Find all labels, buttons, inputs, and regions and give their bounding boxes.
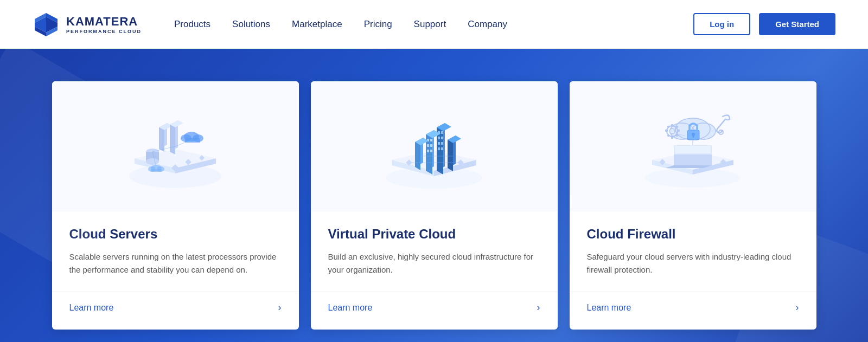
svg-rect-41: [441, 131, 443, 134]
vpc-content: Virtual Private Cloud Build an exclusive…: [311, 211, 558, 276]
firewall-learn-more[interactable]: Learn more: [587, 303, 631, 313]
svg-marker-62: [415, 142, 420, 170]
svg-rect-22: [185, 138, 200, 143]
firewall-content: Cloud Firewall Safeguard your cloud serv…: [570, 211, 816, 276]
logo-sub: PERFORMANCE CLOUD: [66, 29, 142, 34]
hero-section: Cloud Servers Scalable servers running o…: [0, 49, 868, 342]
svg-rect-26: [151, 169, 162, 172]
nav-marketplace[interactable]: Marketplace: [292, 19, 342, 30]
vpc-learn-more[interactable]: Learn more: [328, 303, 373, 313]
main-nav: Products Solutions Marketplace Pricing S…: [174, 19, 693, 30]
cards-container: Cloud Servers Scalable servers running o…: [49, 81, 819, 330]
svg-point-18: [146, 158, 159, 165]
firewall-chevron-icon: ›: [796, 302, 799, 313]
header-actions: Log in Get Started: [693, 13, 835, 35]
card-virtual-private-cloud: Virtual Private Cloud Build an exclusive…: [311, 81, 558, 330]
svg-rect-42: [438, 137, 440, 139]
svg-rect-45: [441, 142, 443, 145]
logo-name: KAMATERA: [66, 15, 142, 29]
cloud-servers-link-area: Learn more ›: [52, 292, 299, 313]
card-cloud-servers: Cloud Servers Scalable servers running o…: [52, 81, 299, 330]
svg-rect-85: [693, 135, 694, 138]
cloud-servers-illustration: [52, 81, 299, 211]
svg-rect-43: [441, 137, 443, 139]
vpc-chevron-icon: ›: [537, 302, 540, 313]
firewall-link-area: Learn more ›: [570, 292, 816, 313]
login-button[interactable]: Log in: [693, 13, 750, 35]
vpc-link-area: Learn more ›: [311, 292, 558, 313]
cloud-servers-title: Cloud Servers: [69, 227, 282, 242]
kamatera-logo-icon: [33, 11, 60, 38]
vpc-desc: Build an exclusive, highly secured cloud…: [328, 250, 540, 276]
svg-rect-88: [671, 124, 673, 127]
nav-company[interactable]: Company: [468, 19, 507, 30]
cloud-servers-content: Cloud Servers Scalable servers running o…: [52, 211, 299, 276]
vpc-title: Virtual Private Cloud: [328, 227, 540, 242]
card-cloud-firewall: Cloud Firewall Safeguard your cloud serv…: [570, 81, 816, 330]
svg-rect-46: [438, 147, 440, 150]
svg-rect-89: [671, 136, 673, 139]
svg-rect-44: [438, 142, 440, 145]
svg-rect-91: [677, 130, 680, 132]
logo[interactable]: KAMATERA PERFORMANCE CLOUD: [33, 11, 142, 38]
get-started-button[interactable]: Get Started: [759, 13, 835, 35]
nav-support[interactable]: Support: [414, 19, 446, 30]
svg-rect-55: [427, 150, 429, 152]
nav-solutions[interactable]: Solutions: [232, 19, 270, 30]
svg-marker-59: [448, 140, 453, 171]
cloud-servers-chevron-icon: ›: [278, 302, 282, 313]
svg-rect-47: [441, 147, 443, 150]
svg-point-87: [669, 128, 675, 134]
svg-rect-52: [430, 139, 432, 141]
firewall-title: Cloud Firewall: [587, 227, 799, 242]
firewall-desc: Safeguard your cloud servers with indust…: [587, 250, 799, 276]
header: KAMATERA PERFORMANCE CLOUD Products Solu…: [0, 0, 868, 49]
cloud-servers-desc: Scalable servers running on the latest p…: [69, 250, 282, 276]
nav-pricing[interactable]: Pricing: [364, 19, 392, 30]
svg-rect-74: [675, 146, 711, 153]
logo-text: KAMATERA PERFORMANCE CLOUD: [66, 15, 142, 34]
svg-marker-72: [666, 165, 712, 168]
svg-marker-12: [159, 127, 164, 152]
firewall-illustration: [570, 81, 816, 211]
cloud-servers-learn-more[interactable]: Learn more: [69, 303, 114, 313]
svg-rect-54: [430, 144, 432, 147]
svg-rect-90: [665, 130, 668, 132]
svg-marker-15: [170, 125, 175, 154]
svg-rect-56: [430, 150, 432, 152]
svg-rect-53: [427, 144, 429, 147]
nav-products[interactable]: Products: [174, 19, 210, 30]
svg-marker-71: [674, 154, 712, 165]
vpc-illustration: [311, 81, 558, 211]
